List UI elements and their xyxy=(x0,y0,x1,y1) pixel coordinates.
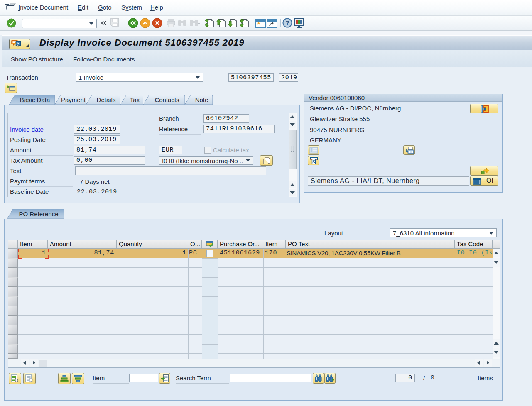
svg-text:?: ? xyxy=(285,19,289,26)
